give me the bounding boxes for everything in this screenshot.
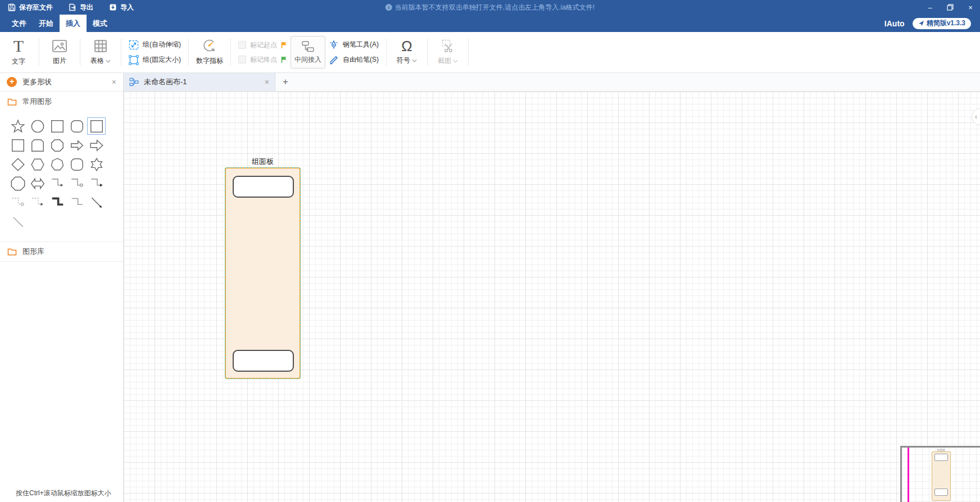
folder-icon xyxy=(7,98,17,106)
menu-tab-插入[interactable]: 插入 xyxy=(60,15,87,32)
minimap-group-shape xyxy=(932,451,951,501)
shape-double-arrow[interactable] xyxy=(28,175,47,192)
screenshot-button[interactable]: 截图 xyxy=(432,39,464,66)
toolbar-divider xyxy=(188,39,189,66)
end-flag-icon xyxy=(281,56,287,63)
toolbar-divider xyxy=(427,39,428,66)
chevron-down-icon xyxy=(412,59,417,62)
save-icon xyxy=(8,3,16,11)
toolbar-divider xyxy=(386,39,387,66)
checkbox-icon xyxy=(238,41,246,49)
panel-slot-top[interactable] xyxy=(233,176,294,198)
numeric-indicator-icon xyxy=(202,39,217,53)
more-shapes-icon[interactable]: + xyxy=(7,77,17,87)
toolbar-divider xyxy=(230,39,231,66)
omega-icon: Ω xyxy=(401,39,412,53)
shape-octagon[interactable] xyxy=(48,136,66,154)
menu-tab-开始[interactable]: 开始 xyxy=(33,15,60,32)
shape-library-section[interactable]: 图形库 xyxy=(0,241,123,262)
shape-square[interactable] xyxy=(8,136,27,154)
shape-hexagon[interactable] xyxy=(28,156,47,173)
shape-elbow-arrow-solid[interactable] xyxy=(87,175,106,192)
titlebar-actions: 保存至文件 导出 导入 xyxy=(0,3,134,12)
menu-tab-模式[interactable]: 模式 xyxy=(87,15,114,32)
export-button[interactable]: 导出 xyxy=(69,3,93,12)
restore-button[interactable] xyxy=(946,3,954,11)
right-panel-collapse-handle[interactable]: ‹ xyxy=(972,108,980,125)
panel-slot-bottom[interactable] xyxy=(233,350,294,372)
canvas-tab[interactable]: 未命名画布-1 × xyxy=(124,73,275,91)
info-icon: i xyxy=(385,4,392,11)
middle-access-button[interactable]: 中间接入 xyxy=(291,36,325,69)
menubar: 文件开始插入模式 IAuto 精简版v1.3.3 xyxy=(0,15,980,32)
group-tools: 组(自动伸缩) 组(固定大小) xyxy=(125,40,184,65)
shape-grid xyxy=(0,112,123,234)
pen-tool-label: 钢笔工具(A) xyxy=(343,40,379,49)
symbol-button[interactable]: Ω 符号 xyxy=(391,39,423,65)
shape-elbow-dashed-circle[interactable] xyxy=(8,194,27,211)
group-panel-label: 组面板 xyxy=(225,157,301,167)
shape-arrow-right[interactable] xyxy=(67,136,86,154)
shape-octagon-large[interactable] xyxy=(8,175,27,192)
notice-text: 当前版本暂不支持双击单独打开文件,请点击左上角导入.ia格式文件! xyxy=(395,3,595,12)
shape-rounded-square[interactable] xyxy=(67,117,86,135)
shapes-sidebar: + 更多形状 × 常用图形 图形库 按住Ctrl+滚动鼠标缩放图标大小 xyxy=(0,73,124,502)
shape-star-5[interactable] xyxy=(8,117,27,135)
shape-square[interactable] xyxy=(48,117,66,135)
shape-star-6[interactable] xyxy=(87,156,106,173)
sidebar-header: + 更多形状 × xyxy=(0,73,123,92)
export-icon xyxy=(69,3,76,11)
minimize-button[interactable]: – xyxy=(926,3,934,11)
save-to-file-button[interactable]: 保存至文件 xyxy=(8,3,53,12)
minimap[interactable]: 组面板 xyxy=(900,446,980,502)
sidebar-close-button[interactable]: × xyxy=(112,77,116,86)
insert-table-button[interactable]: 表格 xyxy=(84,39,117,66)
shape-elbow-arrow[interactable] xyxy=(48,175,66,192)
shape-chamfer-square[interactable] xyxy=(28,136,47,154)
close-button[interactable]: × xyxy=(967,3,974,11)
table-icon xyxy=(93,39,108,53)
group-fixed-button[interactable]: 组(固定大小) xyxy=(129,55,181,65)
table-label: 表格 xyxy=(90,56,104,66)
pen-tool-icon xyxy=(329,40,339,50)
free-pencil-button[interactable]: 自由铅笔(S) xyxy=(329,55,379,65)
shape-line-arrow[interactable] xyxy=(87,194,106,211)
pen-tool-button[interactable]: 钢笔工具(A) xyxy=(329,40,379,50)
text-tool-label: 文字 xyxy=(12,57,25,66)
menu-tab-文件[interactable]: 文件 xyxy=(6,15,33,32)
common-shapes-section[interactable]: 常用图形 xyxy=(0,92,123,112)
shape-heptagon[interactable] xyxy=(48,156,66,173)
canvas-tab-close[interactable]: × xyxy=(265,77,269,86)
drawing-canvas[interactable]: 组面板 ‹ 组面板 xyxy=(124,92,980,502)
numeric-indicator-button[interactable]: 数字指标 xyxy=(193,39,226,66)
group-auto-button[interactable]: 组(自动伸缩) xyxy=(129,40,181,50)
mark-end-checkbox[interactable]: 标记终点 xyxy=(238,55,287,65)
add-canvas-button[interactable]: + xyxy=(275,73,296,91)
paper-plane-icon xyxy=(918,20,924,26)
version-badge[interactable]: 精简版v1.3.3 xyxy=(913,18,971,29)
insert-image-button[interactable]: 图片 xyxy=(43,39,76,66)
shape-elbow-dashed-arrow[interactable] xyxy=(28,194,47,211)
checkbox-icon xyxy=(238,56,246,63)
import-button[interactable]: 导入 xyxy=(109,3,134,12)
shape-diamond[interactable] xyxy=(8,156,27,173)
chevron-down-icon xyxy=(453,60,458,63)
group-panel-shape[interactable] xyxy=(225,167,301,379)
shape-elbow-thick[interactable] xyxy=(48,194,66,211)
insert-text-button[interactable]: T 文字 xyxy=(2,38,35,66)
shape-elbow-circle[interactable] xyxy=(67,175,86,192)
shape-rounded-square[interactable] xyxy=(67,156,86,173)
mark-start-checkbox[interactable]: 标记起点 xyxy=(238,40,287,50)
shape-square-selected[interactable] xyxy=(87,117,106,135)
shape-line[interactable] xyxy=(8,213,27,230)
minimap-slot-bottom xyxy=(934,489,948,496)
group-auto-icon xyxy=(129,40,139,50)
toolbar: T 文字 图片 表格 组(自动伸缩) xyxy=(0,32,980,73)
shape-elbow-plain[interactable] xyxy=(67,194,86,211)
shape-arrow-right-bold[interactable] xyxy=(87,136,106,154)
shape-circle[interactable] xyxy=(28,117,47,135)
menu-tabs: 文件开始插入模式 xyxy=(0,15,114,32)
minimap-origin-line xyxy=(908,448,909,502)
titlebar: 保存至文件 导出 导入 i 当前版本暂不支持双击单独打开文件,请点击左上角导入.… xyxy=(0,0,980,15)
common-shapes-label: 常用图形 xyxy=(22,97,52,107)
